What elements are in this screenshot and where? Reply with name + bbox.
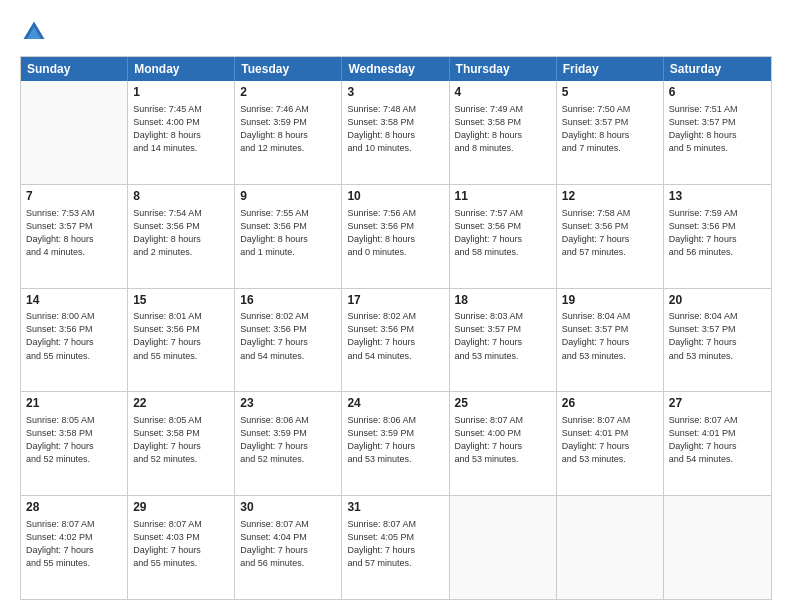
calendar-cell: 17Sunrise: 8:02 AM Sunset: 3:56 PM Dayli… (342, 289, 449, 392)
day-number: 25 (455, 395, 551, 412)
day-number: 28 (26, 499, 122, 516)
header (20, 18, 772, 46)
calendar-cell: 10Sunrise: 7:56 AM Sunset: 3:56 PM Dayli… (342, 185, 449, 288)
calendar-cell: 13Sunrise: 7:59 AM Sunset: 3:56 PM Dayli… (664, 185, 771, 288)
calendar-cell: 1Sunrise: 7:45 AM Sunset: 4:00 PM Daylig… (128, 81, 235, 184)
cell-info: Sunrise: 8:05 AM Sunset: 3:58 PM Dayligh… (133, 414, 229, 466)
cell-info: Sunrise: 7:46 AM Sunset: 3:59 PM Dayligh… (240, 103, 336, 155)
day-number: 13 (669, 188, 766, 205)
logo-icon (20, 18, 48, 46)
day-number: 30 (240, 499, 336, 516)
day-number: 21 (26, 395, 122, 412)
cell-info: Sunrise: 8:06 AM Sunset: 3:59 PM Dayligh… (347, 414, 443, 466)
cell-info: Sunrise: 8:07 AM Sunset: 4:03 PM Dayligh… (133, 518, 229, 570)
cell-info: Sunrise: 7:55 AM Sunset: 3:56 PM Dayligh… (240, 207, 336, 259)
calendar-cell: 7Sunrise: 7:53 AM Sunset: 3:57 PM Daylig… (21, 185, 128, 288)
weekday-header: Wednesday (342, 57, 449, 81)
cell-info: Sunrise: 7:49 AM Sunset: 3:58 PM Dayligh… (455, 103, 551, 155)
day-number: 4 (455, 84, 551, 101)
calendar-row: 21Sunrise: 8:05 AM Sunset: 3:58 PM Dayli… (21, 391, 771, 495)
day-number: 8 (133, 188, 229, 205)
day-number: 26 (562, 395, 658, 412)
cell-info: Sunrise: 8:07 AM Sunset: 4:04 PM Dayligh… (240, 518, 336, 570)
cell-info: Sunrise: 7:58 AM Sunset: 3:56 PM Dayligh… (562, 207, 658, 259)
cell-info: Sunrise: 8:00 AM Sunset: 3:56 PM Dayligh… (26, 310, 122, 362)
calendar-cell: 20Sunrise: 8:04 AM Sunset: 3:57 PM Dayli… (664, 289, 771, 392)
weekday-header: Sunday (21, 57, 128, 81)
cell-info: Sunrise: 8:07 AM Sunset: 4:00 PM Dayligh… (455, 414, 551, 466)
calendar-cell: 28Sunrise: 8:07 AM Sunset: 4:02 PM Dayli… (21, 496, 128, 599)
day-number: 22 (133, 395, 229, 412)
weekday-header: Saturday (664, 57, 771, 81)
calendar-row: 7Sunrise: 7:53 AM Sunset: 3:57 PM Daylig… (21, 184, 771, 288)
day-number: 7 (26, 188, 122, 205)
calendar-cell (21, 81, 128, 184)
day-number: 12 (562, 188, 658, 205)
calendar-cell: 21Sunrise: 8:05 AM Sunset: 3:58 PM Dayli… (21, 392, 128, 495)
calendar-cell: 15Sunrise: 8:01 AM Sunset: 3:56 PM Dayli… (128, 289, 235, 392)
day-number: 1 (133, 84, 229, 101)
cell-info: Sunrise: 7:48 AM Sunset: 3:58 PM Dayligh… (347, 103, 443, 155)
calendar-cell: 31Sunrise: 8:07 AM Sunset: 4:05 PM Dayli… (342, 496, 449, 599)
day-number: 6 (669, 84, 766, 101)
logo (20, 18, 52, 46)
calendar-cell: 4Sunrise: 7:49 AM Sunset: 3:58 PM Daylig… (450, 81, 557, 184)
cell-info: Sunrise: 8:07 AM Sunset: 4:02 PM Dayligh… (26, 518, 122, 570)
cell-info: Sunrise: 7:50 AM Sunset: 3:57 PM Dayligh… (562, 103, 658, 155)
calendar-cell: 11Sunrise: 7:57 AM Sunset: 3:56 PM Dayli… (450, 185, 557, 288)
cell-info: Sunrise: 8:02 AM Sunset: 3:56 PM Dayligh… (347, 310, 443, 362)
calendar-row: 14Sunrise: 8:00 AM Sunset: 3:56 PM Dayli… (21, 288, 771, 392)
day-number: 5 (562, 84, 658, 101)
calendar-cell (664, 496, 771, 599)
day-number: 16 (240, 292, 336, 309)
calendar-cell: 24Sunrise: 8:06 AM Sunset: 3:59 PM Dayli… (342, 392, 449, 495)
cell-info: Sunrise: 8:04 AM Sunset: 3:57 PM Dayligh… (669, 310, 766, 362)
cell-info: Sunrise: 8:04 AM Sunset: 3:57 PM Dayligh… (562, 310, 658, 362)
day-number: 14 (26, 292, 122, 309)
day-number: 29 (133, 499, 229, 516)
cell-info: Sunrise: 8:01 AM Sunset: 3:56 PM Dayligh… (133, 310, 229, 362)
calendar-cell: 30Sunrise: 8:07 AM Sunset: 4:04 PM Dayli… (235, 496, 342, 599)
calendar-cell: 25Sunrise: 8:07 AM Sunset: 4:00 PM Dayli… (450, 392, 557, 495)
cell-info: Sunrise: 7:45 AM Sunset: 4:00 PM Dayligh… (133, 103, 229, 155)
day-number: 19 (562, 292, 658, 309)
calendar-cell: 6Sunrise: 7:51 AM Sunset: 3:57 PM Daylig… (664, 81, 771, 184)
cell-info: Sunrise: 8:07 AM Sunset: 4:01 PM Dayligh… (669, 414, 766, 466)
calendar-cell: 16Sunrise: 8:02 AM Sunset: 3:56 PM Dayli… (235, 289, 342, 392)
calendar-cell: 18Sunrise: 8:03 AM Sunset: 3:57 PM Dayli… (450, 289, 557, 392)
calendar: SundayMondayTuesdayWednesdayThursdayFrid… (20, 56, 772, 600)
calendar-row: 1Sunrise: 7:45 AM Sunset: 4:00 PM Daylig… (21, 81, 771, 184)
day-number: 3 (347, 84, 443, 101)
day-number: 20 (669, 292, 766, 309)
day-number: 27 (669, 395, 766, 412)
calendar-cell: 23Sunrise: 8:06 AM Sunset: 3:59 PM Dayli… (235, 392, 342, 495)
calendar-cell: 9Sunrise: 7:55 AM Sunset: 3:56 PM Daylig… (235, 185, 342, 288)
cell-info: Sunrise: 8:03 AM Sunset: 3:57 PM Dayligh… (455, 310, 551, 362)
day-number: 15 (133, 292, 229, 309)
calendar-cell: 8Sunrise: 7:54 AM Sunset: 3:56 PM Daylig… (128, 185, 235, 288)
calendar-cell: 12Sunrise: 7:58 AM Sunset: 3:56 PM Dayli… (557, 185, 664, 288)
calendar-cell: 19Sunrise: 8:04 AM Sunset: 3:57 PM Dayli… (557, 289, 664, 392)
cell-info: Sunrise: 7:53 AM Sunset: 3:57 PM Dayligh… (26, 207, 122, 259)
calendar-cell (450, 496, 557, 599)
cell-info: Sunrise: 8:02 AM Sunset: 3:56 PM Dayligh… (240, 310, 336, 362)
calendar-cell: 2Sunrise: 7:46 AM Sunset: 3:59 PM Daylig… (235, 81, 342, 184)
cell-info: Sunrise: 7:51 AM Sunset: 3:57 PM Dayligh… (669, 103, 766, 155)
day-number: 18 (455, 292, 551, 309)
calendar-cell: 27Sunrise: 8:07 AM Sunset: 4:01 PM Dayli… (664, 392, 771, 495)
calendar-cell: 26Sunrise: 8:07 AM Sunset: 4:01 PM Dayli… (557, 392, 664, 495)
weekday-header: Thursday (450, 57, 557, 81)
weekday-header: Tuesday (235, 57, 342, 81)
page: SundayMondayTuesdayWednesdayThursdayFrid… (0, 0, 792, 612)
day-number: 9 (240, 188, 336, 205)
cell-info: Sunrise: 8:07 AM Sunset: 4:05 PM Dayligh… (347, 518, 443, 570)
cell-info: Sunrise: 7:56 AM Sunset: 3:56 PM Dayligh… (347, 207, 443, 259)
day-number: 2 (240, 84, 336, 101)
calendar-cell (557, 496, 664, 599)
cell-info: Sunrise: 7:57 AM Sunset: 3:56 PM Dayligh… (455, 207, 551, 259)
cell-info: Sunrise: 8:07 AM Sunset: 4:01 PM Dayligh… (562, 414, 658, 466)
weekday-header: Friday (557, 57, 664, 81)
cell-info: Sunrise: 8:05 AM Sunset: 3:58 PM Dayligh… (26, 414, 122, 466)
calendar-cell: 29Sunrise: 8:07 AM Sunset: 4:03 PM Dayli… (128, 496, 235, 599)
calendar-body: 1Sunrise: 7:45 AM Sunset: 4:00 PM Daylig… (21, 81, 771, 599)
